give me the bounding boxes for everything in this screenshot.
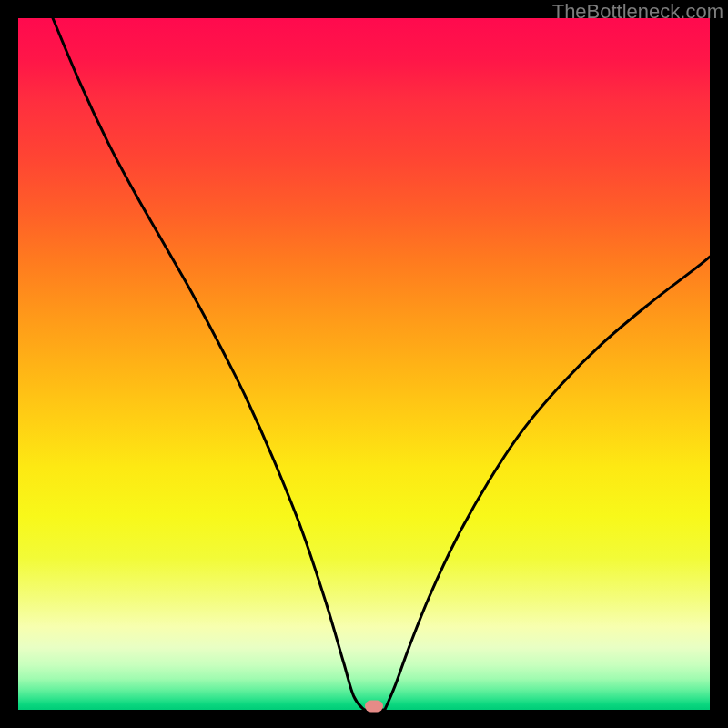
- watermark-text: TheBottleneck.com: [552, 0, 723, 24]
- minimum-marker: [365, 701, 383, 713]
- curve-left-branch: [53, 18, 364, 710]
- chart-frame: TheBottleneck.com: [0, 0, 728, 728]
- curve-right-branch: [385, 257, 710, 710]
- plot-area: [18, 18, 710, 710]
- bottleneck-curve: [18, 18, 710, 710]
